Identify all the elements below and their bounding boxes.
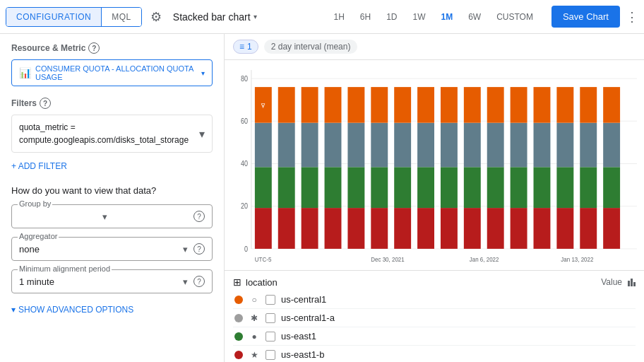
chart-type-selector[interactable]: Stacked bar chart ▾ [173, 11, 257, 23]
svg-rect-53 [487, 123, 504, 168]
svg-rect-41 [417, 123, 434, 168]
svg-rect-63 [556, 208, 573, 249]
legend-label-us-east1-b: us-east1-b [281, 349, 324, 360]
aggregator-label: Aggregator [18, 232, 59, 240]
gear-button[interactable]: ⚙ [150, 9, 162, 25]
resource-metric-help[interactable]: ? [88, 42, 100, 54]
legend-header: ⊞ location Value [233, 276, 636, 288]
svg-rect-70 [580, 87, 597, 123]
advanced-chevron-icon: ▾ [11, 305, 16, 315]
legend-value-label: Value [601, 277, 622, 287]
svg-rect-27 [347, 208, 364, 249]
svg-rect-52 [487, 167, 504, 208]
legend-label-us-central1-a: us-central1-a [281, 313, 335, 323]
time-btn-1w[interactable]: 1W [406, 8, 433, 25]
time-btn-6w[interactable]: 6W [461, 8, 488, 25]
time-btn-custom[interactable]: CUSTOM [489, 8, 540, 25]
svg-rect-23 [325, 208, 342, 249]
legend-icon-us-east1: ● [249, 332, 260, 341]
alignment-field[interactable]: Minimum alignment period 1 minute ▾ ? [11, 269, 213, 293]
svg-rect-72 [603, 167, 620, 208]
svg-text:Dec 30, 2021: Dec 30, 2021 [371, 255, 404, 263]
svg-rect-39 [417, 208, 434, 249]
aggregator-help[interactable]: ? [193, 243, 205, 255]
legend-color-us-central1 [234, 296, 243, 304]
filters-help[interactable]: ? [40, 98, 51, 109]
legend-checkbox-us-central1[interactable] [266, 295, 275, 305]
svg-rect-62 [534, 87, 551, 123]
svg-rect-24 [325, 167, 342, 208]
time-controls: 1H 6H 1D 1W 1M 6W CUSTOM [326, 8, 539, 25]
group-by-field[interactable]: Group by ▾ ? [11, 204, 213, 228]
legend-icon-us-central1: ○ [249, 295, 260, 305]
svg-rect-68 [580, 167, 597, 208]
legend-item-us-central1-a[interactable]: ✱ us-central1-a [233, 309, 636, 327]
metric-icon: 📊 [19, 67, 31, 78]
filter-count-badge[interactable]: ≡ 1 [233, 40, 258, 54]
filters-label: Filters [11, 98, 37, 108]
svg-rect-44 [441, 167, 458, 208]
interval-badge: 2 day interval (mean) [264, 40, 358, 54]
svg-rect-67 [580, 208, 597, 249]
svg-rect-15 [278, 208, 295, 249]
svg-rect-49 [464, 123, 481, 168]
alignment-value: 1 minute [19, 276, 54, 287]
svg-text:UTC-5: UTC-5 [255, 255, 272, 263]
alignment-arrow[interactable]: ▾ [183, 276, 188, 287]
alignment-help[interactable]: ? [193, 276, 205, 287]
svg-rect-37 [394, 123, 411, 168]
legend-checkbox-us-east1[interactable] [266, 332, 275, 341]
time-btn-1d[interactable]: 1D [379, 8, 404, 25]
chart-svg: 0 20 40 60 80 [230, 66, 638, 270]
svg-rect-57 [511, 123, 527, 168]
svg-rect-73 [603, 123, 620, 168]
svg-rect-60 [534, 167, 551, 208]
svg-rect-31 [371, 208, 388, 249]
resource-metric-section: Resource & Metric ? [11, 42, 213, 54]
legend-item-us-central1[interactable]: ○ us-central1 [233, 291, 636, 309]
tab-group: CONFIGURATION MQL [6, 7, 142, 27]
svg-rect-45 [441, 123, 458, 168]
more-options-button[interactable]: ⋮ [626, 9, 638, 25]
filter-box[interactable]: quota_metric = compute.googleapis.com/di… [11, 115, 213, 153]
legend-header-right: Value [601, 277, 636, 287]
svg-rect-21 [302, 123, 318, 168]
svg-rect-35 [394, 208, 411, 249]
aggregator-value: none [19, 244, 40, 255]
legend-checkbox-us-east1-b[interactable] [266, 350, 275, 360]
svg-rect-48 [464, 167, 481, 208]
svg-rect-64 [556, 167, 573, 208]
metric-selector[interactable]: 📊 CONSUMER QUOTA - ALLOCATION QUOTA USAG… [11, 59, 213, 86]
svg-rect-58 [511, 87, 527, 123]
filter-expand-arrow[interactable]: ▾ [199, 127, 205, 141]
legend-checkbox-us-central1-a[interactable] [266, 313, 275, 323]
svg-rect-11 [255, 208, 272, 249]
legend-item-us-east1-b[interactable]: ★ us-east1-b [233, 346, 636, 362]
chart-toolbar: ≡ 1 2 day interval (mean) [225, 34, 644, 60]
legend-label-us-central1: us-central1 [281, 294, 326, 305]
svg-rect-59 [534, 208, 551, 249]
aggregator-field[interactable]: Aggregator none ▾ ? [11, 237, 213, 261]
aggregator-arrow[interactable]: ▾ [183, 244, 188, 255]
legend-panel: ⊞ location Value ○ us-central1 [225, 270, 644, 362]
group-by-arrow[interactable]: ▾ [102, 211, 107, 222]
svg-text:Jan 6, 2022: Jan 6, 2022 [470, 255, 499, 263]
time-btn-1h[interactable]: 1H [326, 8, 351, 25]
tab-mql[interactable]: MQL [102, 8, 141, 26]
legend-bars-icon[interactable] [628, 279, 636, 286]
svg-text:80: 80 [241, 74, 248, 83]
tab-configuration[interactable]: CONFIGURATION [6, 8, 101, 26]
svg-rect-66 [556, 87, 573, 123]
svg-rect-26 [325, 87, 342, 123]
svg-rect-32 [371, 167, 388, 208]
legend-color-us-east1 [234, 332, 243, 341]
save-chart-button[interactable]: Save Chart [551, 6, 620, 28]
svg-rect-25 [325, 123, 342, 168]
legend-item-us-east1[interactable]: ● us-east1 [233, 327, 636, 346]
group-by-help[interactable]: ? [193, 211, 205, 222]
svg-rect-71 [603, 208, 620, 249]
advanced-options-button[interactable]: ▾ SHOW ADVANCED OPTIONS [11, 302, 133, 317]
time-btn-6h[interactable]: 6H [353, 8, 378, 25]
add-filter-button[interactable]: + ADD FILTER [11, 158, 67, 174]
time-btn-1m[interactable]: 1M [434, 8, 460, 25]
